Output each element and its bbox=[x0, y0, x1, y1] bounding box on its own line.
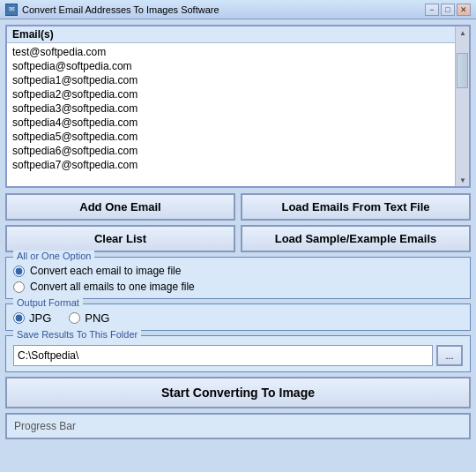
list-item: softpedia2@softpedia.com bbox=[12, 87, 464, 101]
radio-row-1: Convert each email to image file bbox=[13, 265, 463, 277]
title-bar-left: ✉ Convert Email Addresses To Images Soft… bbox=[5, 4, 219, 16]
convert-each-label: Convert each email to image file bbox=[30, 265, 181, 277]
save-folder-title: Save Results To This Folder bbox=[13, 329, 141, 340]
convert-each-radio[interactable] bbox=[13, 266, 25, 277]
folder-path-input[interactable] bbox=[13, 345, 433, 366]
jpg-label: JPG bbox=[29, 311, 51, 325]
list-item: softpedia1@softpedia.com bbox=[12, 73, 464, 87]
jpg-radio[interactable] bbox=[13, 312, 25, 324]
list-item: test@softpedia.com bbox=[12, 45, 464, 59]
email-list-header: Email(s) bbox=[7, 26, 469, 43]
maximize-button[interactable]: □ bbox=[441, 4, 455, 16]
scrollbar-track[interactable]: ▲ ▼ bbox=[455, 26, 469, 186]
save-folder-group: Save Results To This Folder ... bbox=[5, 335, 471, 372]
window-title: Convert Email Addresses To Images Softwa… bbox=[22, 4, 219, 15]
buttons-row-2: Clear List Load Sample/Example Emails bbox=[5, 225, 471, 252]
scroll-thumb[interactable] bbox=[457, 53, 468, 88]
output-format-row: JPG PNG bbox=[13, 311, 463, 325]
list-item: softpedia5@softpedia.com bbox=[12, 130, 464, 144]
list-item: softpedia6@softpedia.com bbox=[12, 144, 464, 158]
progress-bar: Progress Bar bbox=[5, 413, 471, 439]
main-content: Email(s) test@softpedia.comsoftpedia@sof… bbox=[0, 19, 476, 445]
app-icon: ✉ bbox=[5, 4, 18, 16]
progress-bar-label: Progress Bar bbox=[14, 420, 76, 432]
buttons-row-1: Add One Email Load Emails From Text File bbox=[5, 193, 471, 221]
add-one-email-button[interactable]: Add One Email bbox=[5, 193, 235, 221]
minimize-button[interactable]: − bbox=[425, 4, 439, 16]
load-sample-emails-button[interactable]: Load Sample/Example Emails bbox=[241, 225, 471, 252]
list-item: softpedia3@softpedia.com bbox=[12, 101, 464, 116]
all-or-one-title: All or One Option bbox=[13, 251, 94, 261]
convert-all-radio[interactable] bbox=[13, 281, 25, 293]
folder-row: ... bbox=[13, 345, 463, 366]
scroll-up-arrow[interactable]: ▲ bbox=[456, 26, 470, 39]
close-button[interactable]: ✕ bbox=[457, 4, 471, 16]
png-radio[interactable] bbox=[69, 312, 80, 324]
output-format-group: Output Format JPG PNG bbox=[5, 303, 471, 331]
email-list[interactable]: test@softpedia.comsoftpedia@softpedia.co… bbox=[7, 43, 469, 184]
png-label: PNG bbox=[85, 311, 109, 325]
title-bar: ✉ Convert Email Addresses To Images Soft… bbox=[0, 0, 476, 19]
email-list-container: Email(s) test@softpedia.comsoftpedia@sof… bbox=[5, 25, 471, 188]
radio-row-2: Convert all emails to one image file bbox=[13, 281, 463, 293]
scroll-down-arrow[interactable]: ▼ bbox=[456, 174, 470, 186]
load-emails-from-text-file-button[interactable]: Load Emails From Text File bbox=[241, 193, 471, 221]
convert-all-label: Convert all emails to one image file bbox=[30, 281, 195, 293]
list-item: softpedia7@softpedia.com bbox=[12, 158, 464, 172]
output-format-title: Output Format bbox=[13, 297, 83, 308]
all-or-one-group: All or One Option Convert each email to … bbox=[5, 257, 471, 299]
clear-list-button[interactable]: Clear List bbox=[5, 225, 235, 252]
start-converting-button[interactable]: Start Converting To Image bbox=[5, 377, 471, 408]
list-item: softpedia4@softpedia.com bbox=[12, 116, 464, 130]
title-buttons: − □ ✕ bbox=[425, 4, 471, 16]
list-item: softpedia@softpedia.com bbox=[12, 59, 464, 73]
browse-button[interactable]: ... bbox=[436, 345, 463, 366]
